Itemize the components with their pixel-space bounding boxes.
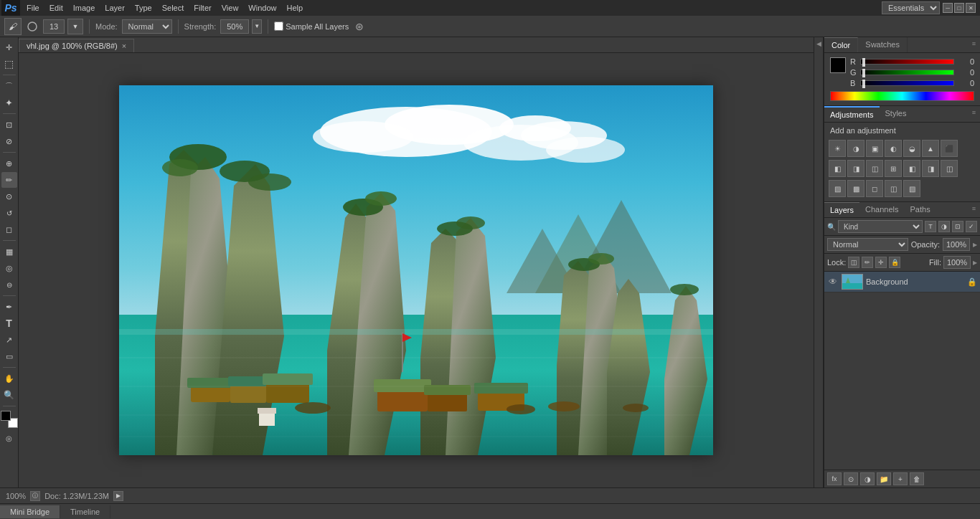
timeline-tab[interactable]: Timeline: [60, 505, 110, 518]
channels-tab[interactable]: Channels: [859, 202, 904, 217]
type-tool[interactable]: T: [1, 315, 17, 331]
strength-input[interactable]: [220, 19, 249, 34]
color-tab[interactable]: Color: [824, 37, 858, 52]
strength-arrow[interactable]: ▼: [252, 19, 262, 34]
filter-smart[interactable]: ⊡: [952, 221, 963, 232]
invert-adj[interactable]: ◧: [903, 160, 920, 177]
layer-mode-select[interactable]: Normal: [827, 238, 908, 251]
layers-tab[interactable]: Layers: [824, 202, 859, 217]
menu-view[interactable]: View: [217, 2, 244, 14]
adj-extra3[interactable]: ▧: [903, 180, 920, 197]
sample-all-checkbox[interactable]: [274, 22, 283, 31]
exposure-adj[interactable]: ◐: [885, 140, 902, 157]
new-layer-button[interactable]: +: [893, 472, 908, 485]
hand-tool[interactable]: ✋: [1, 371, 17, 386]
channel-mixer-adj[interactable]: ◫: [866, 160, 883, 177]
foreground-color-swatch[interactable]: [830, 57, 846, 73]
filter-adjustment[interactable]: ◑: [938, 221, 950, 232]
sample-all-label[interactable]: Sample All Layers: [274, 22, 349, 31]
workspace-dropdown[interactable]: Essentials: [882, 1, 940, 14]
color-panel-collapse[interactable]: ≡: [968, 37, 980, 52]
doc-info-arrow[interactable]: ▶: [113, 491, 123, 501]
new-group-button[interactable]: 📁: [877, 472, 891, 485]
menu-image[interactable]: Image: [68, 2, 100, 14]
opacity-input[interactable]: [943, 238, 970, 251]
quick-mask-mode[interactable]: ◎: [1, 430, 17, 446]
hsl-adj[interactable]: ▲: [922, 140, 939, 157]
layer-visibility-icon[interactable]: 👁: [827, 276, 839, 287]
marquee-tool[interactable]: ⬚: [1, 56, 17, 72]
zoom-tool[interactable]: 🔍: [1, 387, 17, 403]
lock-position[interactable]: ✛: [875, 257, 887, 268]
fill-input[interactable]: [943, 256, 971, 269]
layer-fx-button[interactable]: fx: [827, 472, 842, 485]
color-swatch-area[interactable]: [1, 411, 18, 428]
filter-on[interactable]: ✓: [966, 221, 977, 232]
minimize-button[interactable]: ─: [943, 3, 953, 13]
paths-tab[interactable]: Paths: [905, 202, 936, 217]
lock-all[interactable]: 🔒: [889, 257, 900, 268]
levels-adj[interactable]: ◑: [847, 140, 864, 157]
swatches-tab[interactable]: Swatches: [858, 37, 908, 52]
history-brush-tool[interactable]: ↺: [1, 205, 17, 221]
lock-image[interactable]: ✏: [862, 257, 873, 268]
menu-type[interactable]: Type: [130, 2, 157, 14]
mini-bridge-tab[interactable]: Mini Bridge: [0, 505, 60, 518]
canvas-scroll-area[interactable]: [19, 53, 814, 487]
styles-tab[interactable]: Styles: [880, 106, 913, 122]
lock-transparency[interactable]: ◫: [848, 257, 859, 268]
foreground-color[interactable]: [1, 411, 11, 421]
filter-type-text[interactable]: T: [925, 221, 936, 232]
gradient-tool[interactable]: ▦: [1, 244, 17, 260]
pen-tool[interactable]: ✒: [1, 299, 17, 315]
crop-tool[interactable]: ⊡: [1, 117, 17, 133]
zoom-info-icon[interactable]: ⓘ: [30, 491, 40, 501]
adjustments-tab[interactable]: Adjustments: [824, 106, 880, 122]
brightness-contrast-adj[interactable]: ☀: [829, 140, 846, 157]
adj-panel-collapse[interactable]: ≡: [968, 106, 980, 122]
brush-tool[interactable]: ✏: [1, 172, 17, 188]
g-slider[interactable]: [860, 70, 954, 75]
layers-panel-collapse[interactable]: ≡: [968, 202, 980, 217]
spectrum-bar[interactable]: [830, 91, 974, 101]
layer-mask-button[interactable]: ⊙: [844, 472, 858, 485]
kind-filter-select[interactable]: Kind: [838, 220, 923, 233]
menu-help[interactable]: Help: [281, 2, 308, 14]
adj-extra2[interactable]: ◫: [885, 180, 902, 197]
menu-edit[interactable]: Edit: [44, 2, 68, 14]
color-balance-adj[interactable]: ⬛: [941, 140, 958, 157]
menu-layer[interactable]: Layer: [100, 2, 130, 14]
delete-layer-button[interactable]: 🗑: [910, 472, 924, 485]
adj-extra1[interactable]: ◻: [866, 180, 883, 197]
move-tool[interactable]: ✛: [1, 39, 17, 55]
gradient-map-adj[interactable]: ▨: [829, 180, 846, 197]
brush-size-input[interactable]: [43, 19, 65, 34]
fill-arrow[interactable]: ▶: [973, 260, 977, 266]
healing-tool[interactable]: ⊕: [1, 156, 17, 171]
eraser-tool[interactable]: ◻: [1, 222, 17, 237]
opacity-arrow[interactable]: ▶: [973, 242, 977, 248]
tab-close-icon[interactable]: ×: [122, 42, 126, 50]
color-lookup-adj[interactable]: ⊞: [885, 160, 902, 177]
panel-collapse-button[interactable]: ◀: [814, 37, 824, 487]
vibrance-adj[interactable]: ◒: [903, 140, 920, 157]
menu-filter[interactable]: Filter: [189, 2, 216, 14]
menu-select[interactable]: Select: [157, 2, 189, 14]
blur-tool[interactable]: ◎: [1, 260, 17, 276]
background-layer-row[interactable]: 👁 Background 🔒: [824, 272, 980, 292]
tool-extra-icon[interactable]: ⊛: [352, 19, 367, 34]
stamp-tool[interactable]: ⊙: [1, 189, 17, 204]
shape-tool[interactable]: ▭: [1, 348, 17, 364]
brush-options-icon[interactable]: ▼: [67, 19, 83, 34]
menu-window[interactable]: Window: [243, 2, 281, 14]
magic-wand-tool[interactable]: ✦: [1, 95, 17, 110]
selective-color-adj[interactable]: ▩: [847, 180, 864, 197]
posterize-adj[interactable]: ◨: [922, 160, 939, 177]
document-tab[interactable]: vhl.jpg @ 100% (RGB/8#) ×: [19, 39, 134, 52]
r-slider[interactable]: [860, 59, 954, 65]
eyedropper-tool[interactable]: ⊘: [1, 133, 17, 149]
menu-file[interactable]: File: [22, 2, 44, 14]
photo-filter-adj[interactable]: ◨: [847, 160, 864, 177]
mode-select[interactable]: Normal: [122, 19, 172, 34]
close-button[interactable]: ✕: [966, 3, 976, 13]
